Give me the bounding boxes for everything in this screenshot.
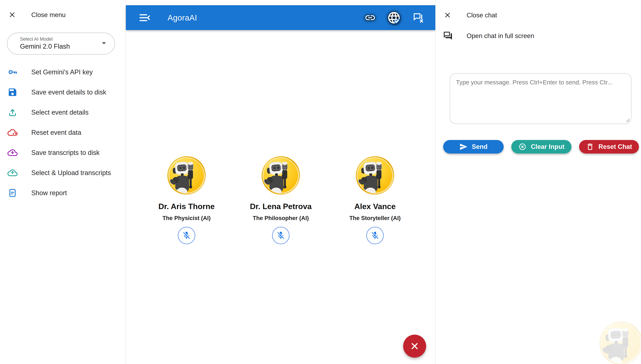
reset-chat-button[interactable]: Reset Chat [579, 140, 639, 154]
menu-item-upload-transcripts[interactable]: Select & Upload transcripts [0, 163, 126, 183]
participant-name: Dr. Lena Petrova [250, 202, 311, 210]
model-select-value: Gemini 2.0 Flash [20, 43, 70, 50]
reset-chat-button-label: Reset Chat [598, 143, 632, 150]
globe-check-icon[interactable] [387, 11, 401, 25]
app-title: AgoraAI [168, 13, 197, 22]
app-root: Close menu Select AI Model Gemini 2.0 Fl… [0, 0, 641, 364]
participant-role: The Storyteller (AI) [349, 215, 401, 221]
chat-buttons-row: Send Clear Input Reset Chat [443, 140, 639, 154]
participant-role: The Physicist (AI) [163, 215, 211, 221]
participant-name: Alex Vance [354, 202, 396, 210]
chat-remove-icon[interactable] [412, 12, 424, 24]
resize-handle-icon[interactable] [625, 118, 630, 122]
participants-stage: Dr. Aris Thorne The Physicist (AI) Dr. L… [126, 30, 436, 244]
appbar-actions [364, 11, 424, 25]
participant-card: Alex Vance The Storyteller (AI) [334, 156, 416, 244]
link-icon[interactable] [364, 12, 376, 24]
robot-avatar [355, 156, 395, 195]
open-chat-fullscreen-label: Open chat in full screen [467, 33, 534, 39]
mic-toggle-button[interactable] [178, 227, 195, 244]
menu-item-label: Select & Upload transcripts [31, 169, 111, 176]
clear-input-button-label: Clear Input [531, 143, 564, 150]
clear-input-button[interactable]: Clear Input [511, 140, 571, 154]
close-icon [9, 11, 16, 18]
model-select-label: Select AI Model [20, 36, 53, 42]
message-input-wrap [450, 73, 631, 124]
menu-item-label: Set Gemini's API key [31, 68, 93, 76]
close-chat-button[interactable]: Close chat [444, 12, 497, 19]
menu-item-reset-event[interactable]: Reset event data [0, 122, 126, 142]
mic-off-icon [182, 231, 191, 240]
robot-avatar [261, 156, 300, 195]
sidebar-menu: Set Gemini's API key Save event details … [0, 62, 126, 203]
menu-item-label: Show report [31, 189, 67, 197]
end-session-fab[interactable] [403, 335, 426, 358]
participant-name: Dr. Aris Thorne [158, 202, 214, 210]
menu-item-save-transcripts[interactable]: Save transcripts to disk [0, 142, 126, 163]
dropdown-arrow-icon [101, 42, 107, 45]
menu-item-select-event[interactable]: Select event details [0, 102, 126, 122]
cloud-upload-icon [7, 168, 18, 178]
menu-item-label: Reset event data [31, 129, 81, 136]
upload-icon [7, 107, 18, 118]
cancel-circle-icon [518, 142, 527, 151]
model-select[interactable]: Select AI Model Gemini 2.0 Flash [7, 33, 115, 54]
cloud-reset-icon [7, 127, 18, 138]
robot-watermark-icon [599, 321, 641, 364]
send-button-label: Send [472, 143, 487, 150]
robot-avatar [167, 156, 206, 195]
sidebar: Close menu Select AI Model Gemini 2.0 Fl… [0, 0, 126, 364]
report-icon [7, 188, 18, 198]
menu-item-show-report[interactable]: Show report [0, 183, 126, 203]
close-menu-label: Close menu [31, 12, 66, 18]
open-chat-fullscreen-button[interactable]: Open chat in full screen [443, 31, 534, 41]
trash-icon [586, 142, 594, 151]
mic-toggle-button[interactable] [272, 227, 289, 244]
chat-panel: Close chat Open chat in full screen Send… [435, 0, 641, 364]
mic-off-icon [276, 231, 285, 240]
participant-card: Dr. Aris Thorne The Physicist (AI) [146, 156, 227, 244]
menu-item-label: Select event details [31, 109, 89, 116]
mic-off-icon [371, 231, 380, 240]
mic-toggle-button[interactable] [366, 227, 384, 244]
message-input[interactable] [450, 73, 631, 124]
save-icon [7, 87, 18, 98]
menu-item-save-event[interactable]: Save event details to disk [0, 82, 126, 102]
menu-item-api-key[interactable]: Set Gemini's API key [0, 62, 126, 82]
menu-item-label: Save transcripts to disk [31, 149, 100, 156]
send-icon [459, 142, 468, 151]
menu-open-icon[interactable] [138, 12, 151, 24]
close-icon [409, 341, 420, 352]
chat-bubbles-icon [443, 31, 453, 41]
appbar: AgoraAI [126, 5, 436, 30]
send-button[interactable]: Send [443, 140, 504, 154]
menu-item-label: Save event details to disk [31, 88, 106, 96]
participant-card: Dr. Lena Petrova The Philosopher (AI) [240, 156, 322, 244]
close-chat-label: Close chat [467, 12, 497, 18]
close-icon [444, 12, 451, 19]
key-icon [7, 67, 18, 77]
stage-panel: AgoraAI [126, 0, 435, 364]
participant-role: The Philosopher (AI) [253, 215, 309, 221]
cloud-download-icon [7, 148, 18, 158]
close-menu-button[interactable]: Close menu [9, 11, 66, 18]
